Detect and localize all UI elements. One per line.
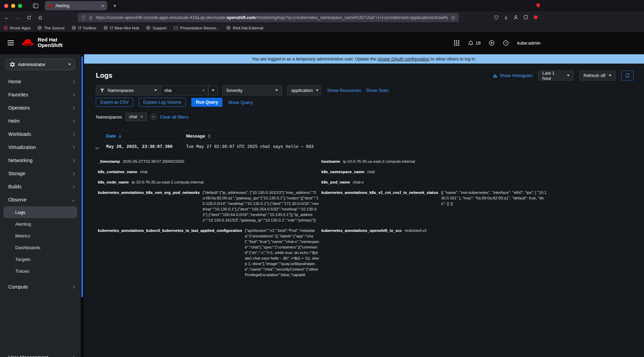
ublock-shield-icon[interactable] (533, 15, 538, 20)
show-stats-link[interactable]: Show Stats (366, 88, 389, 93)
sidebar-item-virtualization[interactable]: Virtualization (0, 141, 81, 154)
bookmark-star-icon[interactable] (451, 15, 456, 20)
bookmark-presentation-resources[interactable]: Presentation Resour... (174, 26, 220, 30)
severity-dropdown[interactable]: Severity (222, 85, 282, 95)
explain-log-volume-button[interactable]: Explain Log Volume (139, 98, 186, 107)
column-header-message[interactable]: Message (186, 133, 211, 139)
chevron-right-icon (72, 106, 75, 110)
extensions-puzzle-icon[interactable] (523, 15, 528, 20)
sidebar-item-user-management[interactable]: User Management (0, 351, 81, 357)
globe-icon (226, 26, 231, 30)
help-question-icon[interactable]: ? (503, 40, 509, 46)
new-tab-button[interactable]: + (111, 2, 119, 9)
forward-button[interactable]: → (13, 13, 23, 22)
browser-tab[interactable]: Alerting × (45, 1, 107, 10)
namespace-filter-input[interactable] (161, 88, 199, 93)
sidebar-item-metrics[interactable]: Metrics (0, 230, 81, 242)
bookmark-rover-apps[interactable]: Rover Apps (3, 26, 30, 30)
chevron-right-icon (72, 132, 75, 136)
tab-close-icon[interactable]: × (101, 3, 104, 9)
browser-nav-bar: ← → https://console-openshift-console.ap… (0, 11, 644, 24)
sidebar-item-targets[interactable]: Targets (0, 253, 81, 265)
detail-field: k8s_namespace_namechat (321, 167, 548, 177)
folder-icon (174, 26, 178, 30)
sidebar-item-networking[interactable]: Networking (0, 154, 81, 167)
sidebar-item-logs[interactable]: Logs (3, 206, 77, 218)
save-to-pocket-icon[interactable] (494, 15, 499, 20)
sidebar-item-home[interactable]: Home (0, 75, 81, 88)
account-icon[interactable] (513, 15, 518, 20)
reload-button[interactable] (24, 13, 34, 22)
temporary-admin-banner: You are logged in as a temporary adminis… (84, 54, 644, 64)
chevron-right-icon (72, 285, 75, 289)
openshift-masthead: Red Hat OpenShift 19 ? kube:admin (0, 32, 644, 54)
filter-suggestions-toggle[interactable] (208, 85, 218, 95)
brand-line-2: OpenShift (38, 43, 63, 48)
brand-line-1: Red Hat (38, 37, 63, 43)
window-minimize-button[interactable] (11, 4, 15, 8)
chevron-down-icon (316, 90, 319, 91)
shield-icon[interactable] (81, 15, 86, 20)
chevron-right-icon (72, 145, 75, 149)
chevron-right-icon (72, 356, 75, 357)
globe-icon (72, 26, 76, 30)
clear-all-filters-link[interactable]: Clear all filters (160, 114, 188, 120)
clear-input-icon[interactable]: × (199, 88, 208, 93)
bookmark-the-source[interactable]: The Source (37, 26, 64, 30)
show-resources-link[interactable]: Show Resources (327, 88, 361, 93)
globe-icon (146, 26, 150, 30)
sidebar-item-operators[interactable]: Operators (0, 101, 81, 114)
notifications-button[interactable]: 19 (468, 40, 480, 46)
extension-shield-icon[interactable] (536, 3, 541, 8)
detail-field: k8s_node_nameip-10-0-76-35.us-east-2.com… (98, 177, 319, 187)
nav-toggle-hamburger-icon[interactable] (8, 40, 14, 45)
row-expander[interactable] (96, 144, 106, 150)
refresh-interval-select[interactable]: Refresh off (579, 71, 616, 81)
home-button[interactable] (35, 13, 45, 22)
user-menu[interactable]: kube:admin (517, 40, 540, 46)
sidebar-item-compute[interactable]: Compute (0, 280, 81, 293)
attribute-filter-dropdown[interactable]: Namespaces (96, 85, 161, 95)
sidebar-item-alerting[interactable]: Alerting (0, 218, 81, 230)
gear-icon (10, 62, 15, 67)
perspective-switcher[interactable]: Administrator (6, 59, 75, 70)
show-query-link[interactable]: Show Query (228, 100, 253, 105)
scrollbar-thumb[interactable] (81, 56, 83, 297)
bookmark-support[interactable]: Support (146, 26, 166, 30)
show-histogram-link[interactable]: Show Histogram (493, 73, 533, 78)
time-range-select[interactable]: Last 1 hour (538, 71, 574, 81)
remove-chip-icon[interactable]: ✕ (140, 114, 144, 119)
bookmark-it-new-hire-hub[interactable]: IT New Hire Hub (103, 26, 139, 30)
refresh-now-button[interactable] (621, 71, 634, 81)
window-zoom-button[interactable] (18, 4, 22, 8)
back-button[interactable]: ← (2, 13, 12, 22)
quick-create-plus-icon[interactable] (489, 40, 495, 46)
clear-chip-group-icon[interactable]: ✕ (150, 114, 157, 120)
sidebar-item-favorites[interactable]: Favorites (0, 88, 81, 101)
downloads-icon[interactable] (504, 15, 508, 20)
url-bar[interactable]: https://console-openshift-console.apps.e… (78, 13, 459, 22)
run-query-button[interactable]: Run Query (191, 98, 222, 107)
sidebar-item-helm[interactable]: Helm (0, 114, 81, 128)
tenant-dropdown[interactable]: application (287, 85, 321, 95)
sidebar-item-workloads[interactable]: Workloads (0, 128, 81, 141)
cluster-oauth-configuration-link[interactable]: cluster OAuth configuration (377, 57, 430, 62)
window-close-button[interactable] (4, 4, 8, 8)
column-header-date[interactable]: Date (106, 133, 186, 139)
namespace-chip[interactable]: chat ✕ (126, 113, 147, 121)
firefox-view-icon[interactable] (31, 2, 40, 10)
sidebar-item-storage[interactable]: Storage (0, 167, 81, 180)
log-row[interactable]: May 26, 2025, 23:38:07.390 Tue May 27 02… (84, 142, 644, 151)
app-launcher-grid-icon[interactable] (454, 40, 460, 46)
bookmark-it-toolbox[interactable]: IT Toolbox (72, 26, 96, 30)
namespace-filter-field: × (161, 85, 208, 95)
bookmark-red-hat-external[interactable]: Red Hat External (226, 26, 263, 30)
sidebar-item-builds[interactable]: Builds (0, 180, 81, 193)
sidebar-item-observe[interactable]: Observe (0, 193, 81, 206)
browser-tab-bar: Alerting × + (0, 0, 644, 11)
sidebar-item-traces[interactable]: Traces (0, 265, 81, 277)
bookmarks-bar: Rover Apps The Source IT Toolbox IT New … (0, 24, 644, 32)
lock-icon[interactable] (89, 15, 93, 20)
sidebar-item-dashboards[interactable]: Dashboards (0, 242, 81, 253)
export-csv-button[interactable]: Export as CSV (96, 98, 133, 107)
